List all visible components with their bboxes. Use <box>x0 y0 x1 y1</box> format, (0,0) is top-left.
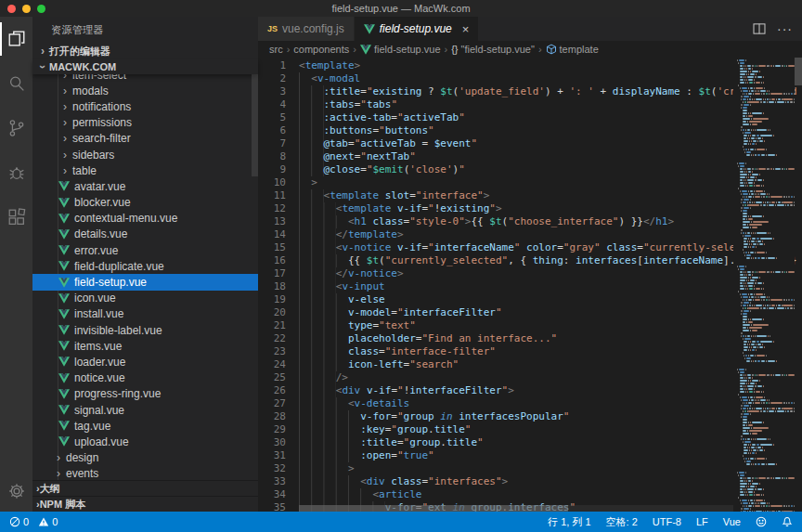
feedback-smiley-icon[interactable] <box>756 516 767 527</box>
chevron-right-icon: › <box>58 164 71 177</box>
status-item[interactable]: 空格: 2 <box>606 515 638 529</box>
code-line-13: 13 <h1 class="style-0">{{ $t("choose_int… <box>258 215 802 228</box>
chevron-right-icon: › <box>36 45 49 58</box>
vue-icon <box>58 214 70 224</box>
npm-scripts-section[interactable]: › NPM 脚本 <box>32 496 258 512</box>
tree-item-design[interactable]: ›design <box>32 450 258 466</box>
workspace-root-section[interactable]: › MACWK.COM <box>32 59 258 74</box>
tree-item-signal.vue[interactable]: signal.vue <box>32 402 258 418</box>
tree-item-permissions[interactable]: ›permissions <box>32 115 258 131</box>
line-number: 8 <box>258 150 299 163</box>
tree-item-blocker.vue[interactable]: blocker.vue <box>32 195 258 211</box>
chevron-right-icon: › <box>58 100 71 113</box>
tree-item-label: notice.vue <box>74 371 125 384</box>
tree-item-upload.vue[interactable]: upload.vue <box>32 434 258 449</box>
tree-item-error.vue[interactable]: error.vue <box>32 242 258 258</box>
tree-item-events[interactable]: ›events <box>32 466 258 480</box>
breadcrumb-separator: › <box>538 44 542 55</box>
notifications-bell-icon[interactable] <box>782 516 793 527</box>
code-line-1: 1<template> <box>258 59 802 72</box>
tree-item-progress-ring.vue[interactable]: progress-ring.vue <box>32 386 258 402</box>
problems-warnings[interactable]: 0 <box>38 516 58 527</box>
close-window-button[interactable] <box>7 5 16 13</box>
status-item[interactable]: LF <box>696 516 708 527</box>
outline-section[interactable]: › 大纲 <box>32 480 258 496</box>
status-bar: 0 0 行 1, 列 1空格: 2UTF-8LFVue <box>0 512 802 532</box>
sidebar-scrollbar[interactable] <box>252 74 258 176</box>
zoom-window-button[interactable] <box>37 5 45 13</box>
line-number: 33 <box>258 475 299 488</box>
tree-item-tag.vue[interactable]: tag.vue <box>32 418 258 434</box>
more-actions-icon[interactable]: ··· <box>777 21 793 36</box>
tree-item-label: install.vue <box>74 307 123 320</box>
breadcrumb-item-field-setup.vue[interactable]: {}"field-setup.vue" <box>451 44 535 55</box>
status-item[interactable]: Vue <box>723 516 741 527</box>
chevron-right-icon: › <box>58 149 71 162</box>
breadcrumb-item-src[interactable]: src <box>269 44 283 55</box>
line-number: 17 <box>258 267 299 280</box>
tree-item-invisible-label.vue[interactable]: invisible-label.vue <box>32 322 258 338</box>
chevron-right-icon: › <box>58 132 71 145</box>
debug-icon[interactable] <box>0 150 32 195</box>
tab-field-setup.vue[interactable]: field-setup.vue× <box>355 17 480 41</box>
tab-label: vue.config.js <box>282 22 344 35</box>
line-number: 7 <box>258 137 299 150</box>
tree-item-table[interactable]: ›table <box>32 162 258 178</box>
tree-item-notice.vue[interactable]: notice.vue <box>32 370 258 386</box>
status-item[interactable]: UTF-8 <box>653 516 681 527</box>
code-line-23: 23 class="interface-filter" <box>258 345 802 358</box>
settings-gear-icon[interactable] <box>0 471 32 512</box>
code-line-3: 3 :title="existing ? $t('update_field') … <box>258 85 802 98</box>
tree-item-avatar.vue[interactable]: avatar.vue <box>32 178 258 194</box>
minimize-window-button[interactable] <box>22 5 31 13</box>
tree-item-label: notifications <box>72 100 131 113</box>
line-number: 9 <box>258 163 299 176</box>
code-line-28: 28 v-for="group in interfacesPopular" <box>258 410 802 423</box>
code-line-17: 17 </v-notice> <box>258 267 802 280</box>
tree-item-details.vue[interactable]: details.vue <box>32 227 258 242</box>
line-number: 26 <box>258 384 299 397</box>
line-number: 6 <box>258 124 299 137</box>
code-line-26: 26 <div v-if="!interfaceFilter"> <box>258 384 802 397</box>
tree-item-item-select[interactable]: ›item-select <box>32 74 258 83</box>
breadcrumb-item-template[interactable]: template <box>546 44 599 55</box>
tree-item-contextual-menu.vue[interactable]: contextual-menu.vue <box>32 211 258 227</box>
explorer-icon[interactable] <box>0 17 32 61</box>
tab-vue.config.js[interactable]: JSvue.config.js <box>258 17 355 41</box>
split-editor-icon[interactable] <box>753 23 766 34</box>
horizontal-scrollbar[interactable] <box>299 505 733 512</box>
tree-item-install.vue[interactable]: install.vue <box>32 306 258 322</box>
tree-item-label: items.vue <box>74 340 122 353</box>
code-line-6: 6 :buttons="buttons" <box>258 124 802 137</box>
tab-bar: JSvue.config.js field-setup.vue× ··· <box>258 17 802 41</box>
activity-bar <box>0 17 32 512</box>
breadcrumb-item-components[interactable]: components <box>293 44 349 55</box>
vertical-scrollbar[interactable] <box>795 58 802 512</box>
tab-label: field-setup.vue <box>380 22 452 35</box>
tree-item-field-duplicate.vue[interactable]: field-duplicate.vue <box>32 258 258 274</box>
tree-item-field-setup.vue[interactable]: field-setup.vue <box>32 274 258 290</box>
problems-errors[interactable]: 0 <box>9 516 29 527</box>
open-editors-section[interactable]: › 打开的编辑器 <box>32 43 258 59</box>
line-number: 34 <box>258 488 299 501</box>
tree-item-notifications[interactable]: ›notifications <box>32 98 258 114</box>
source-control-icon[interactable] <box>0 106 32 150</box>
extensions-icon[interactable] <box>0 195 32 240</box>
minimap[interactable] <box>733 58 795 512</box>
js-file-icon: JS <box>267 24 278 33</box>
code-line-9: 9 @close="$emit('close')" <box>258 163 802 176</box>
tree-item-label: permissions <box>72 116 132 129</box>
code-editor[interactable]: 1<template>2 <v-modal3 :title="existing … <box>258 58 802 512</box>
close-icon[interactable]: × <box>462 22 470 36</box>
tree-item-loader.vue[interactable]: loader.vue <box>32 354 258 370</box>
vue-icon <box>58 389 70 399</box>
breadcrumb-item-field-setup.vue[interactable]: field-setup.vue <box>360 44 441 55</box>
tree-item-modals[interactable]: ›modals <box>32 83 258 98</box>
tree-item-search-filter[interactable]: ›search-filter <box>32 131 258 147</box>
tree-item-items.vue[interactable]: items.vue <box>32 338 258 354</box>
tree-item-sidebars[interactable]: ›sidebars <box>32 147 258 162</box>
breadcrumb-separator: › <box>287 44 291 55</box>
status-item[interactable]: 行 1, 列 1 <box>548 515 590 529</box>
search-icon[interactable] <box>0 61 32 106</box>
tree-item-icon.vue[interactable]: icon.vue <box>32 291 258 306</box>
